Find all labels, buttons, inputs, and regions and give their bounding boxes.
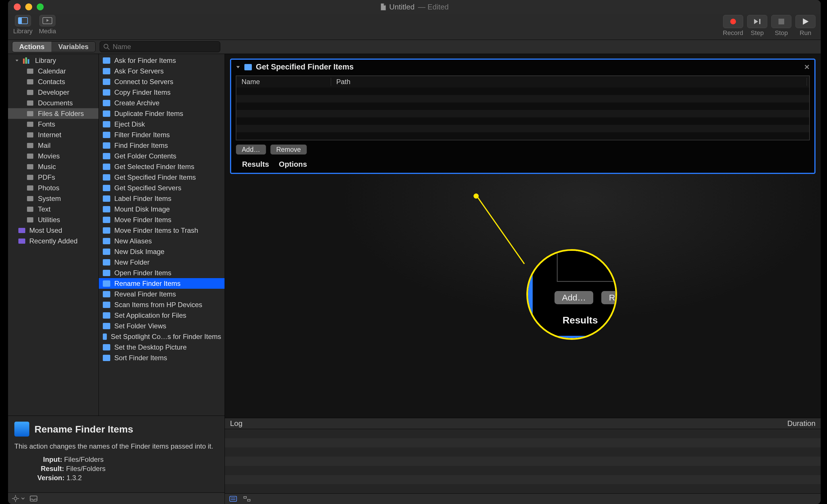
- category-files-folders[interactable]: Files & Folders: [8, 108, 98, 119]
- category-calendar[interactable]: Calendar: [8, 66, 98, 77]
- minimize-window-button[interactable]: [25, 3, 32, 10]
- action-eject-disk[interactable]: Eject Disk: [99, 119, 225, 130]
- document-status: Edited: [428, 3, 449, 11]
- svg-point-27: [14, 497, 17, 500]
- category-movies[interactable]: Movies: [8, 151, 98, 161]
- action-new-disk-image[interactable]: New Disk Image: [99, 246, 225, 257]
- column-name[interactable]: Name: [236, 78, 331, 86]
- action-move-finder-items[interactable]: Move Finder Items: [99, 214, 225, 225]
- action-label: Set Application for Files: [114, 311, 186, 319]
- finder-action-icon: [103, 100, 110, 106]
- chevron-down-icon[interactable]: [21, 497, 25, 500]
- action-get-selected-finder-items[interactable]: Get Selected Finder Items: [99, 161, 225, 172]
- finder-action-icon: [103, 227, 110, 234]
- log-header[interactable]: Log: [230, 419, 242, 428]
- svg-rect-21: [27, 186, 33, 191]
- action-list[interactable]: Ask for Finder ItemsAsk For ServersConne…: [99, 54, 225, 416]
- action-open-finder-items[interactable]: Open Finder Items: [99, 267, 225, 278]
- action-label: Find Finder Items: [114, 142, 168, 150]
- tray-icon[interactable]: [30, 496, 37, 501]
- action-label: Sort Finder Items: [114, 354, 167, 362]
- search-input[interactable]: [112, 43, 216, 51]
- action-set-application-for-files[interactable]: Set Application for Files: [99, 310, 225, 320]
- remove-button[interactable]: Remove: [270, 144, 307, 155]
- action-sort-finder-items[interactable]: Sort Finder Items: [99, 352, 225, 363]
- category-contacts[interactable]: Contacts: [8, 77, 98, 87]
- add-button[interactable]: Add…: [236, 144, 266, 155]
- results-tab[interactable]: Results: [242, 160, 269, 169]
- table-row: [236, 125, 809, 132]
- action-reveal-finder-items[interactable]: Reveal Finder Items: [99, 289, 225, 299]
- workflow-action-card[interactable]: Get Specified Finder Items ✕ Name Path: [230, 58, 816, 174]
- smart-recently-added[interactable]: Recently Added: [8, 236, 98, 246]
- items-table[interactable]: Name Path: [236, 75, 810, 140]
- action-label: Get Selected Finder Items: [114, 163, 194, 171]
- search-field[interactable]: [100, 41, 220, 52]
- document-icon: [380, 3, 386, 10]
- action-set-folder-views[interactable]: Set Folder Views: [99, 320, 225, 331]
- action-mount-disk-image[interactable]: Mount Disk Image: [99, 204, 225, 214]
- tab-variables[interactable]: Variables: [51, 42, 95, 52]
- action-duplicate-finder-items[interactable]: Duplicate Finder Items: [99, 108, 225, 119]
- close-window-button[interactable]: [14, 3, 21, 10]
- smart-most-used[interactable]: Most Used: [8, 225, 98, 236]
- category-fonts[interactable]: Fonts: [8, 119, 98, 130]
- category-developer[interactable]: Developer: [8, 87, 98, 98]
- run-button[interactable]: Run: [795, 15, 816, 37]
- svg-rect-19: [27, 164, 33, 169]
- action-ask-for-finder-items[interactable]: Ask for Finder Items: [99, 55, 225, 66]
- step-button[interactable]: Step: [747, 15, 767, 37]
- action-move-finder-items-to-trash[interactable]: Move Finder Items to Trash: [99, 225, 225, 236]
- disclosure-triangle-icon[interactable]: [15, 58, 19, 62]
- action-new-aliases[interactable]: New Aliases: [99, 236, 225, 246]
- step-icon: [747, 15, 767, 28]
- action-new-folder[interactable]: New Folder: [99, 257, 225, 267]
- stop-button[interactable]: Stop: [771, 15, 791, 37]
- category-photos[interactable]: Photos: [8, 183, 98, 193]
- category-internet[interactable]: Internet: [8, 130, 98, 140]
- action-get-folder-contents[interactable]: Get Folder Contents: [99, 151, 225, 161]
- action-set-spotlight-co-s-for-finder-items[interactable]: Set Spotlight Co…s for Finder Items: [99, 331, 225, 342]
- library-root[interactable]: Library: [8, 55, 98, 66]
- library-toggle-button[interactable]: Library: [13, 15, 33, 35]
- disclosure-triangle-icon[interactable]: [236, 65, 240, 69]
- window-title: Untitled — Edited: [380, 3, 448, 11]
- action-copy-finder-items[interactable]: Copy Finder Items: [99, 87, 225, 98]
- tab-actions[interactable]: Actions: [12, 42, 51, 52]
- action-get-specified-finder-items[interactable]: Get Specified Finder Items: [99, 172, 225, 183]
- duration-header[interactable]: Duration: [787, 419, 816, 428]
- category-list[interactable]: Library CalendarContactsDeveloperDocumen…: [8, 54, 99, 416]
- action-label-finder-items[interactable]: Label Finder Items: [99, 193, 225, 204]
- category-pdfs[interactable]: PDFs: [8, 172, 98, 183]
- category-system[interactable]: System: [8, 193, 98, 204]
- category-label: Utilities: [38, 216, 60, 224]
- workflow-canvas[interactable]: Get Specified Finder Items ✕ Name Path: [225, 54, 821, 418]
- document-title: Untitled: [389, 3, 415, 11]
- action-rename-finder-items[interactable]: Rename Finder Items: [99, 278, 225, 289]
- category-mail[interactable]: Mail: [8, 140, 98, 151]
- action-scan-items-from-hp-devices[interactable]: Scan Items from HP Devices: [99, 299, 225, 310]
- action-get-specified-servers[interactable]: Get Specified Servers: [99, 183, 225, 193]
- close-icon[interactable]: ✕: [804, 63, 810, 71]
- action-connect-to-servers[interactable]: Connect to Servers: [99, 77, 225, 87]
- action-create-archive[interactable]: Create Archive: [99, 98, 225, 108]
- record-button[interactable]: Record: [723, 15, 743, 37]
- list-view-icon[interactable]: [230, 496, 237, 502]
- svg-rect-16: [27, 132, 33, 138]
- action-ask-for-servers[interactable]: Ask For Servers: [99, 66, 225, 77]
- gear-icon[interactable]: [12, 495, 19, 502]
- finder-action-icon: [103, 110, 110, 117]
- category-utilities[interactable]: Utilities: [8, 214, 98, 225]
- action-find-finder-items[interactable]: Find Finder Items: [99, 140, 225, 151]
- category-music[interactable]: Music: [8, 161, 98, 172]
- category-documents[interactable]: Documents: [8, 98, 98, 108]
- action-filter-finder-items[interactable]: Filter Finder Items: [99, 130, 225, 140]
- options-tab[interactable]: Options: [279, 160, 307, 169]
- column-path[interactable]: Path: [331, 78, 807, 86]
- action-set-the-desktop-picture[interactable]: Set the Desktop Picture: [99, 342, 225, 352]
- zoom-window-button[interactable]: [37, 3, 44, 10]
- category-text[interactable]: Text: [8, 204, 98, 214]
- flow-view-icon[interactable]: [243, 496, 251, 502]
- media-toggle-button[interactable]: Media: [39, 15, 56, 35]
- action-header[interactable]: Get Specified Finder Items ✕: [231, 60, 814, 74]
